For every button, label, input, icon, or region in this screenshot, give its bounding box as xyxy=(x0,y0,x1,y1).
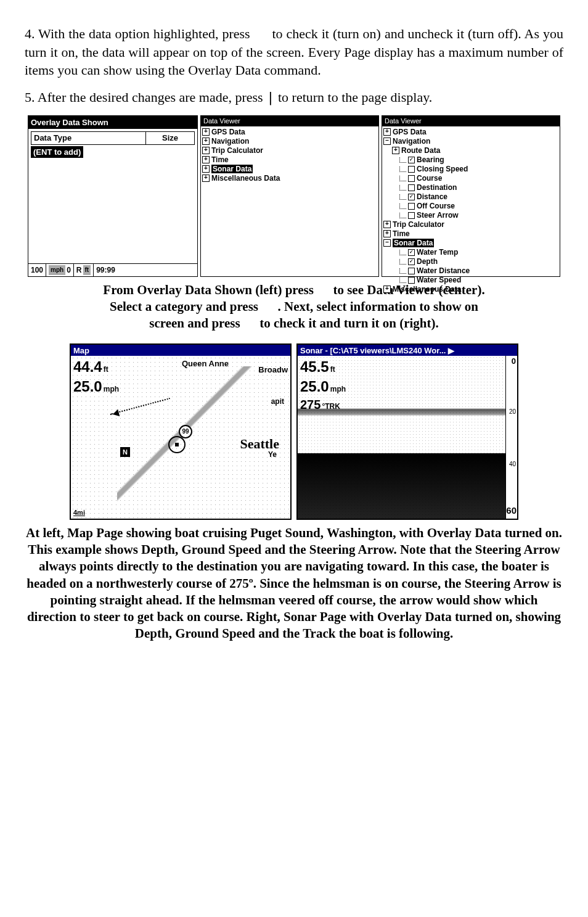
tree-leaf-label[interactable]: Destination xyxy=(417,183,457,192)
tree-leaf[interactable]: Off Course xyxy=(399,202,558,211)
tree-leaf-label[interactable]: Water Distance xyxy=(417,266,470,275)
tree-label[interactable]: Navigation xyxy=(211,137,249,146)
sonar-track-value: 275 xyxy=(300,397,321,413)
expand-icon[interactable]: + xyxy=(202,128,210,136)
map-depth-unit: ft xyxy=(104,364,108,374)
checkbox-icon[interactable] xyxy=(408,175,415,182)
tree-node[interactable]: +Time xyxy=(383,229,558,239)
expand-icon[interactable]: + xyxy=(202,138,210,145)
overlay-title: Overlay Data Shown xyxy=(28,116,197,130)
tree-leaf-label[interactable]: Steer Arrow xyxy=(417,211,459,220)
checkbox-icon[interactable] xyxy=(408,277,415,284)
tree-c[interactable]: +GPS Data–Navigation+Route DataBearingCl… xyxy=(382,126,560,295)
tree-leaf-label[interactable]: Depth xyxy=(417,257,438,266)
tree-leaf[interactable]: Destination xyxy=(399,183,558,192)
data-viewer-collapsed: Data Viewer +GPS Data+Navigation+Trip Ca… xyxy=(200,115,379,277)
expand-icon[interactable]: + xyxy=(392,147,399,154)
tree-leaf-label[interactable]: Course xyxy=(417,174,442,183)
status-r-label: R xyxy=(76,265,82,275)
tree-leaf-label[interactable]: Closing Speed xyxy=(417,165,468,173)
tree-label[interactable]: GPS Data xyxy=(211,128,245,136)
label-ye: Ye xyxy=(268,450,277,459)
checkbox-icon[interactable] xyxy=(408,157,415,163)
expand-icon[interactable]: + xyxy=(383,221,391,228)
tree-leaf[interactable]: Steer Arrow xyxy=(399,211,558,220)
sonar-depth-ruler: 0 20 40 60 xyxy=(505,356,517,519)
tree-b[interactable]: +GPS Data+Navigation+Trip Calculator+Tim… xyxy=(201,126,378,184)
checkbox-icon[interactable] xyxy=(408,268,415,274)
tree-leaf[interactable]: Bearing xyxy=(399,155,558,165)
tree-leaf[interactable]: Water Distance xyxy=(399,266,558,276)
sonar-depth-unit: ft xyxy=(330,364,335,374)
status-mph: mph 0 xyxy=(46,264,74,276)
expand-icon[interactable]: + xyxy=(383,286,391,293)
caption1-f: to check it and turn it on (right). xyxy=(259,316,439,331)
tree-node[interactable]: +Trip Calculator xyxy=(383,220,558,229)
tree-label[interactable]: Sonar Data xyxy=(393,239,434,247)
tree-node[interactable]: +GPS Data xyxy=(202,128,377,137)
checkbox-icon[interactable] xyxy=(408,212,415,219)
tree-leaf-label[interactable]: Water Speed xyxy=(417,276,461,284)
tree-leaf[interactable]: Closing Speed xyxy=(399,165,558,174)
sonar-screenshot: Sonar - [C:\AT5 viewers\LMS240 Wor... ▶ … xyxy=(296,343,518,520)
tree-label[interactable]: Miscellaneous Data xyxy=(393,285,461,294)
expand-icon[interactable]: – xyxy=(383,239,391,247)
tree-leaf-label[interactable]: Off Course xyxy=(417,202,455,210)
checkbox-icon[interactable] xyxy=(408,166,415,173)
status-time: 99:99 xyxy=(94,264,197,276)
tree-leaf[interactable]: Distance xyxy=(399,192,558,202)
tree-leaf-label[interactable]: Water Temp xyxy=(417,248,458,257)
tree-node[interactable]: +Route Data xyxy=(392,146,558,155)
checkbox-icon[interactable] xyxy=(408,249,415,256)
pipe-char: | xyxy=(266,88,274,107)
tree-leaf[interactable]: Course xyxy=(399,174,558,183)
caption1-c: Select a category and press xyxy=(110,299,261,314)
tree-node[interactable]: +Miscellaneous Data xyxy=(202,174,377,183)
tree-label[interactable]: Route Data xyxy=(401,146,440,155)
checkbox-icon[interactable] xyxy=(408,194,415,200)
tree-label[interactable]: Trip Calculator xyxy=(393,220,444,229)
route-99-icon: 99 xyxy=(179,425,192,438)
caption1-a: From Overlay Data Shown (left) press xyxy=(103,282,317,297)
tree-leaf[interactable]: Water Temp xyxy=(399,248,558,257)
tree-node[interactable]: +GPS Data xyxy=(383,128,558,137)
expand-icon[interactable]: + xyxy=(202,156,210,163)
tree-label[interactable]: Trip Calculator xyxy=(211,146,263,155)
tree-label[interactable]: Navigation xyxy=(393,137,430,146)
tree-node[interactable]: +Trip Calculator xyxy=(202,146,377,155)
tree-leaf-label[interactable]: Distance xyxy=(417,192,447,201)
expand-icon[interactable]: + xyxy=(202,165,210,173)
tree-label[interactable]: Time xyxy=(211,155,229,164)
tree-label[interactable]: Sonar Data xyxy=(211,165,253,173)
expand-icon[interactable]: + xyxy=(383,230,391,237)
tree-node[interactable]: +Miscellaneous Data xyxy=(383,285,558,294)
ent-to-add[interactable]: (ENT to add) xyxy=(31,146,83,158)
tree-node[interactable]: +Sonar Data xyxy=(202,165,377,174)
tree-label[interactable]: Time xyxy=(393,229,410,238)
data-viewer-expanded: Data Viewer +GPS Data–Navigation+Route D… xyxy=(382,115,560,277)
expand-icon[interactable]: – xyxy=(383,138,391,145)
checkbox-icon[interactable] xyxy=(408,258,415,265)
status-mph-unit: mph xyxy=(49,265,65,275)
tree-node[interactable]: –Sonar Data xyxy=(383,239,558,248)
expand-icon[interactable]: + xyxy=(202,147,210,154)
caption-2: At left, Map Page showing boat cruising … xyxy=(25,525,563,643)
tree-node[interactable]: +Navigation xyxy=(202,137,377,146)
checkbox-icon[interactable] xyxy=(408,184,415,191)
header-size: Size xyxy=(146,132,194,144)
tree-leaf[interactable]: Depth xyxy=(399,257,558,266)
boat-cursor xyxy=(168,436,186,453)
map-speed-value: 25.0 xyxy=(73,377,102,397)
expand-icon[interactable]: + xyxy=(383,128,391,136)
tree-label[interactable]: Miscellaneous Data xyxy=(211,174,280,183)
tree-leaf-label[interactable]: Bearing xyxy=(417,155,444,164)
tree-label[interactable]: GPS Data xyxy=(393,128,427,136)
tree-node[interactable]: +Time xyxy=(202,155,377,165)
ruler-40: 40 xyxy=(509,460,516,469)
status-mph-value: 0 xyxy=(67,265,71,275)
tree-leaf[interactable]: Water Speed xyxy=(399,276,558,285)
checkbox-icon[interactable] xyxy=(408,203,415,210)
expand-icon[interactable]: + xyxy=(202,175,210,182)
tree-node[interactable]: –Navigation xyxy=(383,137,558,146)
ruler-20: 20 xyxy=(509,408,516,416)
